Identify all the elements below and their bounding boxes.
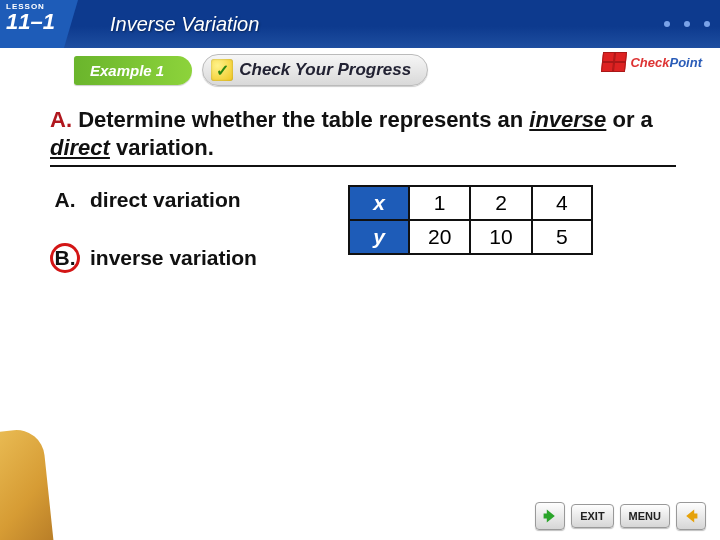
lesson-number: 11–1 xyxy=(6,9,55,35)
table-cell: 20 xyxy=(409,220,470,254)
choice-b[interactable]: B. inverse variation xyxy=(50,243,330,273)
table-cell: 10 xyxy=(470,220,531,254)
table-row-y: y 20 10 5 xyxy=(349,220,592,254)
choice-b-letter: B. xyxy=(50,243,80,273)
question-text: A. Determine whether the table represent… xyxy=(50,106,676,167)
choice-a[interactable]: A. direct variation xyxy=(50,185,330,215)
table-header-x: x xyxy=(349,186,409,220)
choice-b-text: inverse variation xyxy=(90,246,257,270)
answer-choices: A. direct variation B. inverse variation xyxy=(50,185,330,301)
question-mid: or a xyxy=(606,107,652,132)
choice-a-letter: A. xyxy=(50,185,80,215)
content-area: A. Determine whether the table represent… xyxy=(0,92,720,301)
exit-button[interactable]: EXIT xyxy=(571,504,613,528)
question-direct: direct xyxy=(50,135,110,160)
choice-a-text: direct variation xyxy=(90,188,241,212)
header-bar: LESSON 11–1 Inverse Variation xyxy=(0,0,720,48)
checkpoint-check: Check xyxy=(630,55,669,70)
page-title: Inverse Variation xyxy=(110,13,259,36)
table-cell: 4 xyxy=(532,186,592,220)
menu-button[interactable]: MENU xyxy=(620,504,670,528)
corner-decoration xyxy=(0,427,54,540)
table-header-y: y xyxy=(349,220,409,254)
example-badge: Example 1 xyxy=(74,56,192,85)
arrow-left-icon xyxy=(542,508,558,524)
question-part1: Determine whether the table represents a… xyxy=(78,107,529,132)
table-cell: 5 xyxy=(532,220,592,254)
question-inverse: inverse xyxy=(529,107,606,132)
nav-bar: EXIT MENU xyxy=(535,502,706,530)
header-decor-dots xyxy=(664,0,710,48)
check-progress-label: Check Your Progress xyxy=(239,60,411,80)
arrow-right-icon xyxy=(683,508,699,524)
prev-button[interactable] xyxy=(535,502,565,530)
question-letter: A. xyxy=(50,107,72,132)
check-progress-pill: ✓ Check Your Progress xyxy=(202,54,428,86)
next-button[interactable] xyxy=(676,502,706,530)
lesson-tab: LESSON 11–1 xyxy=(0,0,78,48)
checkpoint-point: Point xyxy=(670,55,703,70)
checkpoint-icon xyxy=(601,52,627,72)
question-part2: variation. xyxy=(110,135,214,160)
table-cell: 1 xyxy=(409,186,470,220)
table-cell: 2 xyxy=(470,186,531,220)
checkpoint-badge: CheckPoint xyxy=(602,52,702,72)
table-row-x: x 1 2 4 xyxy=(349,186,592,220)
check-icon: ✓ xyxy=(211,59,233,81)
data-table: x 1 2 4 y 20 10 5 xyxy=(348,185,593,255)
